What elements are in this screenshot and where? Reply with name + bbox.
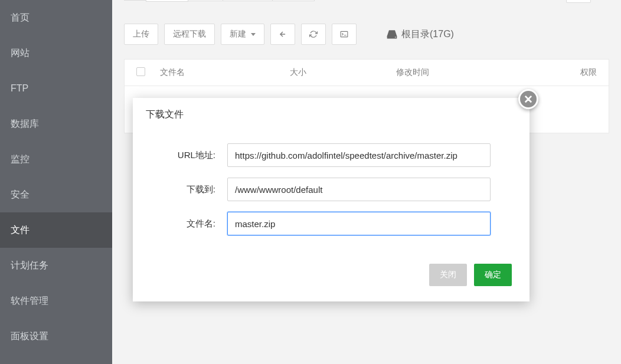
modal-close-button[interactable]: ✕	[518, 89, 538, 109]
path-input[interactable]	[227, 178, 491, 201]
filename-label: 文件名:	[151, 218, 227, 229]
download-file-modal: ✕ 下载文件 URL地址: 下载到: 文件名: 关闭 确定	[133, 98, 530, 301]
filename-input[interactable]	[227, 212, 491, 235]
modal-close-footer-button[interactable]: 关闭	[429, 264, 467, 286]
url-label: URL地址:	[151, 150, 227, 161]
path-label: 下载到:	[151, 184, 227, 195]
close-icon: ✕	[524, 93, 533, 106]
url-input[interactable]	[227, 143, 491, 167]
modal-title: 下载文件	[133, 98, 530, 132]
modal-confirm-button[interactable]: 确定	[474, 264, 512, 286]
